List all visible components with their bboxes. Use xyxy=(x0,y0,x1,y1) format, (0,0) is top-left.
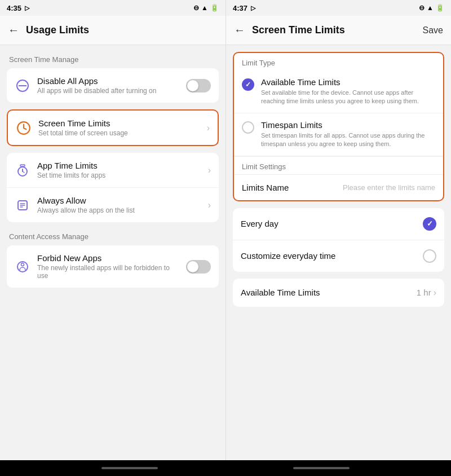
every-day-row[interactable]: Every day ✓ xyxy=(233,208,444,240)
available-time-row[interactable]: Available Time Limits 1 hr › xyxy=(233,279,444,307)
disable-all-apps-text: Disable All Apps All apps will be disabl… xyxy=(37,76,179,95)
available-time-card: Available Time Limits 1 hr › xyxy=(233,279,444,307)
limits-name-row: Limits Name Please enter the limits name xyxy=(234,175,443,200)
timer-icon xyxy=(15,162,30,178)
limit-settings-header: Limit Settings xyxy=(234,157,443,175)
app-time-limits-chevron: › xyxy=(208,165,211,175)
screen-time-limits-title: Screen Time Limits xyxy=(38,118,200,128)
section-screen-time-manage-label: Screen Time Manage xyxy=(7,52,219,68)
always-allow-chevron: › xyxy=(208,200,211,210)
customize-row[interactable]: Customize everyday time xyxy=(233,240,444,272)
app-limits-card: App Time Limits Set time limits for apps… xyxy=(7,153,219,222)
svg-line-8 xyxy=(23,171,24,173)
section-content-access-label: Content Access Manage xyxy=(7,229,219,245)
always-allow-subtitle: Always allow the apps on the list xyxy=(37,206,201,214)
clock-icon xyxy=(16,120,32,136)
right-panel: 4:37 ▷ ⊖ ▲ 🔋 ← Screen Time Limits Save L… xyxy=(226,0,451,460)
right-status-bar: 4:37 ▷ ⊖ ▲ 🔋 xyxy=(226,0,451,16)
right-status-icons: ⊖ ▲ 🔋 xyxy=(419,4,444,12)
timespan-limits-text: Timespan Limits Set timespan limits for … xyxy=(261,120,435,149)
app-time-limits-subtitle: Set time limits for apps xyxy=(37,171,201,179)
content-access-card: Forbid New Apps The newly installed apps… xyxy=(7,245,219,288)
screen-time-limits-subtitle: Set total time of screen usage xyxy=(38,129,200,137)
disable-all-apps-toggle[interactable] xyxy=(186,79,211,92)
screen-time-limits-text: Screen Time Limits Set total time of scr… xyxy=(38,118,200,137)
right-back-button[interactable]: ← xyxy=(234,24,245,37)
customize-label: Customize everyday time xyxy=(241,251,423,261)
svg-point-14 xyxy=(21,263,24,266)
always-allow-text: Always Allow Always allow the apps on th… xyxy=(37,196,201,214)
left-top-bar: ← Usage Limits xyxy=(0,16,226,45)
available-time-row-label: Available Time Limits xyxy=(241,288,417,297)
right-minus-icon: ⊖ xyxy=(419,4,425,12)
timespan-limits-radio[interactable] xyxy=(242,121,254,134)
always-allow-item[interactable]: Always Allow Always allow the apps on th… xyxy=(7,188,219,222)
bottom-nav-bar xyxy=(0,460,451,476)
available-time-limits-text: Available Time Limits Set available time… xyxy=(261,77,435,106)
app-time-limits-title: App Time Limits xyxy=(37,161,201,170)
timespan-limits-title: Timespan Limits xyxy=(261,120,435,130)
save-button[interactable]: Save xyxy=(423,25,443,36)
timespan-limits-desc: Set timespan limits for all apps. Cannot… xyxy=(261,131,435,149)
forbid-new-apps-toggle[interactable] xyxy=(186,260,211,274)
disable-all-apps-item[interactable]: Disable All Apps All apps will be disabl… xyxy=(7,68,219,103)
right-home-indicator xyxy=(293,467,350,469)
every-day-label: Every day xyxy=(241,219,423,228)
app-shield-icon xyxy=(15,259,30,275)
limits-name-label: Limits Name xyxy=(242,183,304,192)
available-time-value: 1 hr xyxy=(417,288,431,297)
left-time: 4:35 xyxy=(7,4,21,12)
every-day-check[interactable]: ✓ xyxy=(423,217,436,231)
always-allow-title: Always Allow xyxy=(37,196,201,205)
forbid-new-apps-subtitle: The newly installed apps will be forbidd… xyxy=(37,264,179,280)
svg-line-4 xyxy=(24,128,26,129)
left-minus-icon: ⊖ xyxy=(193,4,199,12)
timespan-limits-option[interactable]: Timespan Limits Set timespan limits for … xyxy=(234,113,443,156)
limit-type-header: Limit Type xyxy=(234,53,443,70)
ban-icon xyxy=(15,78,30,94)
available-time-limits-desc: Set available time for the device. Canno… xyxy=(261,89,435,106)
schedule-card: Every day ✓ Customize everyday time xyxy=(233,208,444,272)
left-back-button[interactable]: ← xyxy=(8,24,19,37)
svg-rect-5 xyxy=(20,165,25,166)
right-time: 4:37 xyxy=(233,4,247,12)
left-home-indicator xyxy=(101,467,158,469)
screen-time-limits-chevron: › xyxy=(207,123,210,133)
left-status-bar: 4:35 ▷ ⊖ ▲ 🔋 xyxy=(0,0,226,16)
available-time-limits-radio[interactable] xyxy=(242,78,254,91)
right-content: Limit Type Available Time Limits Set ava… xyxy=(226,45,451,460)
app-time-limits-text: App Time Limits Set time limits for apps xyxy=(37,161,201,179)
disable-all-apps-subtitle: All apps will be disabled after turning … xyxy=(37,87,179,95)
available-time-limits-title: Available Time Limits xyxy=(261,77,435,87)
available-time-limits-option[interactable]: Available Time Limits Set available time… xyxy=(234,70,443,113)
right-battery-icon: 🔋 xyxy=(436,4,444,12)
right-page-title: Screen Time Limits xyxy=(252,24,416,36)
forbid-new-apps-text: Forbid New Apps The newly installed apps… xyxy=(37,253,179,280)
screen-time-manage-card: Disable All Apps All apps will be disabl… xyxy=(7,68,219,103)
left-content: Screen Time Manage Disable All Apps All … xyxy=(0,45,226,460)
forbid-new-apps-item[interactable]: Forbid New Apps The newly installed apps… xyxy=(7,245,219,288)
left-page-title: Usage Limits xyxy=(26,24,218,36)
limit-type-card: Limit Type Available Time Limits Set ava… xyxy=(233,52,444,201)
star-icon xyxy=(15,197,30,213)
customize-radio[interactable] xyxy=(423,249,436,263)
left-battery-icon: 🔋 xyxy=(210,4,219,12)
right-wifi-icon: ▲ xyxy=(427,4,434,12)
right-play-icon: ▷ xyxy=(251,5,255,12)
left-wifi-icon: ▲ xyxy=(201,4,208,12)
left-status-icons: ⊖ ▲ 🔋 xyxy=(193,4,219,12)
available-time-chevron: › xyxy=(434,288,436,298)
limits-name-input[interactable]: Please enter the limits name xyxy=(308,183,435,192)
disable-all-apps-title: Disable All Apps xyxy=(37,76,179,86)
left-panel: 4:35 ▷ ⊖ ▲ 🔋 ← Usage Limits Screen Time … xyxy=(0,0,226,460)
right-top-bar: ← Screen Time Limits Save xyxy=(226,16,451,45)
left-play-icon: ▷ xyxy=(25,5,29,12)
app-time-limits-item[interactable]: App Time Limits Set time limits for apps… xyxy=(7,153,219,188)
screen-time-limits-item[interactable]: Screen Time Limits Set total time of scr… xyxy=(7,109,219,146)
forbid-new-apps-title: Forbid New Apps xyxy=(37,253,179,263)
